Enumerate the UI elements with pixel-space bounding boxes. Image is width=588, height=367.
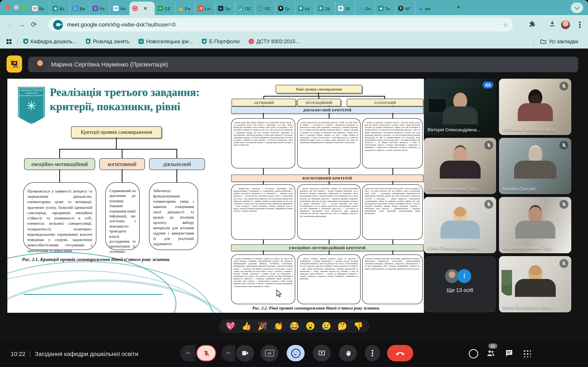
activities-button[interactable] (523, 350, 531, 357)
present-screen-icon (318, 350, 325, 357)
chevron-down-icon (575, 5, 579, 9)
participant-tile[interactable]: Світлана Павлівна Пала... (499, 79, 571, 135)
tab-meet-active[interactable]: ✕ (130, 2, 155, 15)
participant-tile[interactable]: Лариса Василівна Гара... (499, 197, 571, 253)
address-bar[interactable]: meet.google.com/xhg-vwbe-dxk?authuser=0 … (48, 18, 513, 31)
tab-linkedin[interactable]: Lin (195, 2, 215, 15)
downloads-icon[interactable] (549, 20, 556, 29)
tab-flower-2[interactable]: ✳28 (315, 2, 335, 15)
reaction-party[interactable]: 🎉 (258, 321, 267, 331)
tab-crystal[interactable]: ◆ми (415, 2, 435, 15)
bookmark-item[interactable]: Кафедра дошкіль... (23, 39, 77, 44)
window-close-button[interactable] (6, 5, 11, 10)
present-button[interactable] (313, 345, 331, 361)
fig1-caption: Рис. 2.1. Критерії проявів самовираження… (22, 257, 170, 262)
slide-title: Реалізація третього завдання: критерії, … (50, 85, 238, 114)
chevron-up-icon (186, 351, 190, 356)
tab-sketch[interactable]: ПС (255, 2, 275, 15)
tab-university-2[interactable]: Те (375, 2, 395, 15)
end-call-button[interactable] (387, 345, 413, 361)
flower-light-icon: ✳ (338, 6, 343, 11)
tab-flower-3[interactable]: ✳28 (335, 2, 355, 15)
shield-icon (202, 39, 207, 44)
reaction-thumbs-up[interactable]: 👍 (242, 321, 251, 331)
camera-button[interactable] (236, 345, 254, 361)
reaction-thinking[interactable]: 🤔 (337, 321, 347, 331)
overflow-tile[interactable]: І Ще 13 осіб (424, 256, 496, 312)
bookmark-item[interactable]: ✳Новоселецька Іри... (138, 39, 193, 44)
chat-button[interactable] (505, 349, 513, 359)
participant-tile[interactable]: Юлія Олександрівна Во... (424, 197, 496, 253)
criterion-emotional: емоційно-мотиваційний (24, 158, 95, 170)
tab-deepl[interactable]: »De (215, 2, 235, 15)
bookmark-item[interactable]: Е-Портфоліо (202, 39, 240, 44)
forward-button[interactable]: → (16, 21, 28, 29)
bookmark-item[interactable]: Розклад занять (86, 39, 130, 44)
browser-menu-kebab-icon[interactable] (579, 24, 581, 25)
tab-docs[interactable]: Ви (69, 2, 89, 15)
section-emotional-header: ЕМОЦІЙНО-МОТИВАЦІЙНИЙ КРИТЕРІЙ (231, 244, 424, 251)
flower-icon: ✳ (318, 6, 323, 11)
reaction-thumbs-down[interactable]: 👎 (354, 321, 363, 331)
reaction-surprise[interactable]: 😮 (305, 321, 315, 331)
presenter-avatar (35, 59, 45, 70)
level-potential: ПОТЕНЦІЙНИЙ (297, 99, 341, 106)
participant-tile[interactable]: Ірина Едуардівна Ново... (499, 256, 571, 312)
window-maximize-button[interactable] (22, 5, 27, 10)
kebab-icon (372, 352, 373, 354)
window-minimize-button[interactable] (14, 5, 19, 10)
tab-gmail[interactable]: MВх (29, 2, 49, 15)
bookmark-item[interactable]: «ДСТУ 8302:2015... (249, 39, 300, 44)
reaction-heart[interactable]: 💖 (226, 321, 235, 331)
mic-muted-button[interactable] (196, 345, 216, 361)
sketch-circle-icon (258, 6, 263, 11)
meeting-details-button[interactable]: i (469, 349, 478, 359)
profile-avatar[interactable] (561, 20, 570, 29)
tab-calendar[interactable]: 29Ки (109, 2, 130, 15)
mic-options-button[interactable] (180, 345, 196, 361)
raise-hand-button[interactable] (339, 345, 357, 361)
reaction-clap[interactable]: 👏 (274, 321, 283, 331)
flower-icon: ✳ (138, 39, 144, 44)
participant-name: Юлія Олександрівна Во... (428, 245, 481, 250)
drive-icon (178, 6, 183, 11)
reaction-cry[interactable]: 😢 (321, 321, 331, 331)
tab-chart[interactable]: ПС (235, 2, 255, 15)
reactions-button[interactable] (287, 345, 305, 361)
participants-count-badge: 21 (488, 343, 497, 349)
fig2-caption: Рис. 2.2. Рівні проявів самовираження ді… (252, 306, 380, 310)
tab-classroom[interactable]: +СЕ (155, 2, 175, 15)
overflow-avatar-letter: І (457, 269, 471, 283)
more-options-button[interactable] (365, 345, 380, 361)
fig2-root-box: Рівні проявів самовираження (276, 85, 362, 93)
bookmark-star-icon[interactable]: ☆ (503, 21, 508, 28)
tab-gemini[interactable]: ✦Ge (355, 2, 375, 15)
tab-strip: MВх Вс Ви Ре 29Ки ✕ +СЕ Ри Lin »De ПС ПС… (29, 2, 435, 15)
extensions-puzzle-icon[interactable] (529, 21, 536, 29)
phone-down-icon (396, 349, 405, 358)
tab-skype[interactable]: SФГ (395, 2, 415, 15)
stop-presenting-button[interactable] (7, 55, 22, 73)
back-button[interactable]: ← (3, 21, 16, 29)
participant-tile[interactable]: Вікторія Олександрівна... (424, 79, 496, 135)
tab-flower-1[interactable]: ✳Ку (295, 2, 315, 15)
tab-university[interactable]: Вс (49, 2, 69, 15)
apps-grid-icon[interactable] (7, 39, 11, 44)
captions-button[interactable]: cc (260, 345, 278, 361)
chevron-up-icon (226, 351, 231, 356)
tab-drive[interactable]: Ри (175, 2, 195, 15)
new-tab-button[interactable]: + (457, 3, 461, 11)
reload-button[interactable]: ⟳ (28, 20, 40, 29)
plant-shape (502, 270, 512, 299)
tab-close-icon[interactable]: ✕ (143, 6, 147, 11)
tab-chatgpt[interactable]: ✳Гр (275, 2, 295, 15)
show-everyone-button[interactable] (486, 349, 495, 359)
tab-forms[interactable]: Ре (89, 2, 109, 15)
all-bookmarks-button[interactable]: Усі закладки (540, 39, 578, 44)
mic-off-icon (484, 200, 493, 209)
info-icon: i (469, 349, 478, 359)
participant-tile[interactable]: Nataliia Gavrysh (499, 138, 571, 194)
tab-search-button[interactable] (571, 2, 583, 13)
reaction-laugh[interactable]: 😂 (290, 321, 299, 331)
participant-tile[interactable]: Олена Анатоліївна Пол... (424, 138, 496, 194)
